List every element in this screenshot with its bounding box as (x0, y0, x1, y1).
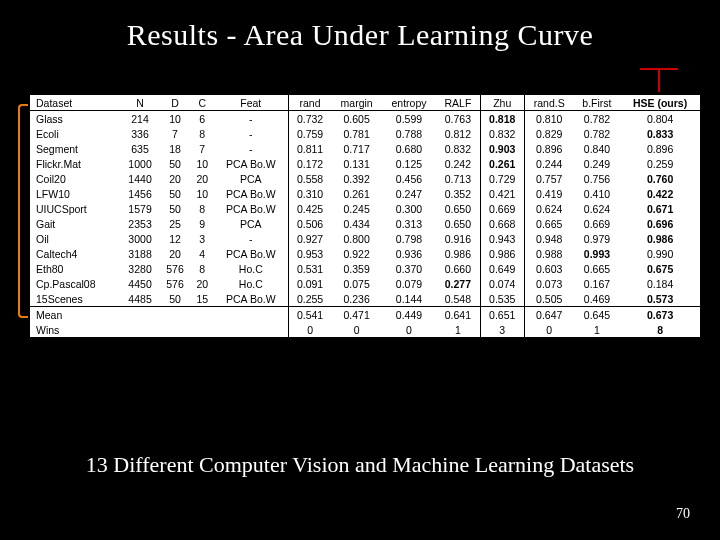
cell-HSE: 0.804 (620, 111, 700, 127)
cell-dataset: Flickr.Mat (30, 156, 121, 171)
cell-Zhu: 0.669 (480, 201, 524, 216)
cell-n: 3000 (121, 231, 160, 246)
cell-RALF: 0.242 (436, 156, 480, 171)
cell-RALF: 0.713 (436, 171, 480, 186)
cell-entropy: 0.936 (382, 246, 436, 261)
cell-bFirst: 0.645 (574, 307, 621, 323)
cell-margin: 0.075 (331, 276, 381, 291)
cell-Zhu: 0.651 (480, 307, 524, 323)
cell-c: 3 (191, 231, 214, 246)
cell-n: 1579 (121, 201, 160, 216)
cell-margin: 0.131 (331, 156, 381, 171)
cell-HSE: 0.833 (620, 126, 700, 141)
col-RALF: RALF (436, 95, 480, 111)
cell-d: 10 (159, 111, 190, 127)
cell-rand: 0.953 (288, 246, 331, 261)
cell-entropy: 0.680 (382, 141, 436, 156)
table-row: Glass214106-0.7320.6050.5990.7630.8180.8… (30, 111, 700, 127)
cell-entropy: 0.456 (382, 171, 436, 186)
cell-n: 336 (121, 126, 160, 141)
cell-n: 3188 (121, 246, 160, 261)
cell-randS: 0.624 (524, 201, 574, 216)
cell-randS: 0.896 (524, 141, 574, 156)
cell-dataset: Cp.Pascal08 (30, 276, 121, 291)
cell-rand: 0.506 (288, 216, 331, 231)
cell-entropy: 0.247 (382, 186, 436, 201)
cell-HSE: 0.986 (620, 231, 700, 246)
cell-feat: Ho.C (214, 261, 288, 276)
cell-margin: 0.800 (331, 231, 381, 246)
cell-HSE: 8 (620, 322, 700, 338)
col-bFirst: b.First (574, 95, 621, 111)
cell-RALF: 0.660 (436, 261, 480, 276)
table-row: Ecoli33678-0.7590.7810.7880.8120.8320.82… (30, 126, 700, 141)
cell-rand: 0 (288, 322, 331, 338)
cell-bFirst: 0.840 (574, 141, 621, 156)
cell-randS: 0.603 (524, 261, 574, 276)
cell-c: 9 (191, 216, 214, 231)
cell-c: 8 (191, 261, 214, 276)
cell-entropy: 0.144 (382, 291, 436, 307)
cell-dataset: Segment (30, 141, 121, 156)
cell-HSE: 0.573 (620, 291, 700, 307)
cell-RALF: 0.650 (436, 201, 480, 216)
cell-HSE: 0.184 (620, 276, 700, 291)
cell-dataset: Wins (30, 322, 121, 338)
cell-bFirst: 0.993 (574, 246, 621, 261)
cell-bFirst: 0.249 (574, 156, 621, 171)
table-row: Gait2353259PCA0.5060.4340.3130.6500.6680… (30, 216, 700, 231)
cell-Zhu: 0.903 (480, 141, 524, 156)
cell-d: 20 (159, 171, 190, 186)
cell-bFirst: 1 (574, 322, 621, 338)
cell-entropy: 0.300 (382, 201, 436, 216)
cell-margin: 0.245 (331, 201, 381, 216)
cell-bFirst: 0.756 (574, 171, 621, 186)
cell-HSE: 0.760 (620, 171, 700, 186)
cell-Zhu: 0.668 (480, 216, 524, 231)
table-row: Flickr.Mat10005010PCA Bo.W0.1720.1310.12… (30, 156, 700, 171)
cell-Zhu: 0.649 (480, 261, 524, 276)
cell-d: 576 (159, 261, 190, 276)
table-header-row: DatasetNDCFeatrandmarginentropyRALFZhura… (30, 95, 700, 111)
cell-c: 10 (191, 156, 214, 171)
cell-rand: 0.558 (288, 171, 331, 186)
col-dataset: Dataset (30, 95, 121, 111)
cell-entropy: 0.125 (382, 156, 436, 171)
cell-dataset: Mean (30, 307, 121, 323)
cell-d: 20 (159, 246, 190, 261)
cell-randS: 0.665 (524, 216, 574, 231)
cell-bFirst: 0.469 (574, 291, 621, 307)
cell-margin: 0.359 (331, 261, 381, 276)
cell-feat: PCA (214, 171, 288, 186)
cell-margin: 0.781 (331, 126, 381, 141)
cell-feat: - (214, 141, 288, 156)
hse-highlight-line (658, 70, 660, 92)
dataset-bracket-left (18, 104, 28, 318)
cell-bFirst: 0.665 (574, 261, 621, 276)
cell-HSE: 0.673 (620, 307, 700, 323)
cell-feat: PCA Bo.W (214, 201, 288, 216)
cell-RALF: 0.763 (436, 111, 480, 127)
cell-d: 576 (159, 276, 190, 291)
cell-margin: 0.717 (331, 141, 381, 156)
cell-rand: 0.531 (288, 261, 331, 276)
cell-rand: 0.759 (288, 126, 331, 141)
cell-Zhu: 0.986 (480, 246, 524, 261)
cell-rand: 0.172 (288, 156, 331, 171)
cell-entropy: 0.449 (382, 307, 436, 323)
table-row: Segment635187-0.8110.7170.6800.8320.9030… (30, 141, 700, 156)
col-c: C (191, 95, 214, 111)
cell-randS: 0.757 (524, 171, 574, 186)
cell-dataset: LFW10 (30, 186, 121, 201)
cell-dataset: Gait (30, 216, 121, 231)
cell-feat: - (214, 231, 288, 246)
cell-feat: PCA Bo.W (214, 291, 288, 307)
table-row: Oil3000123-0.9270.8000.7980.9160.9430.94… (30, 231, 700, 246)
cell-RALF: 0.832 (436, 141, 480, 156)
col-rand: rand (288, 95, 331, 111)
cell-c: 10 (191, 186, 214, 201)
cell-dataset: 15Scenes (30, 291, 121, 307)
cell-Zhu: 0.074 (480, 276, 524, 291)
cell-randS: 0.810 (524, 111, 574, 127)
results-table: DatasetNDCFeatrandmarginentropyRALFZhura… (30, 94, 700, 338)
